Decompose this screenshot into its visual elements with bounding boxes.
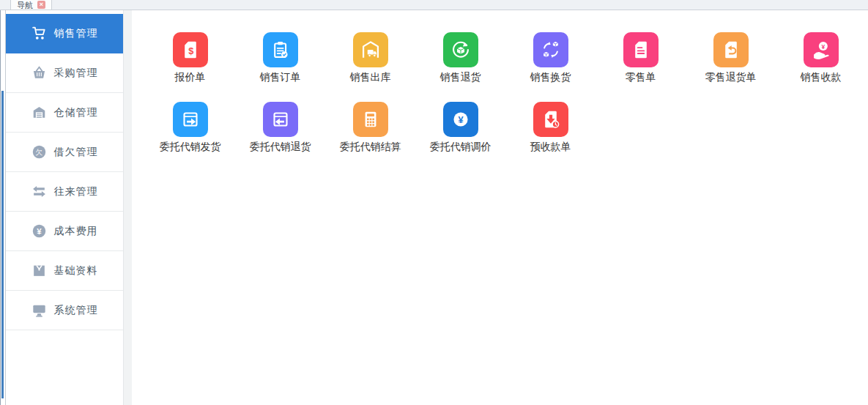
tile-retail-order[interactable]: 零售单 bbox=[596, 32, 686, 84]
sidebar-item-warehouse[interactable]: 仓储管理 bbox=[6, 93, 123, 133]
doc-dollar-icon: $ bbox=[173, 32, 208, 67]
tile-label: 销售订单 bbox=[260, 71, 301, 84]
tab-navigation-label: 导航 bbox=[17, 1, 33, 10]
sidebar-item-transactions[interactable]: 往来管理 bbox=[6, 172, 123, 212]
tile-label: 销售退货 bbox=[440, 71, 481, 84]
sidebar-item-sales[interactable]: 销售管理 bbox=[6, 14, 123, 53]
tile-sales-outbound[interactable]: 销售出库 bbox=[325, 32, 415, 84]
sidebar-item-label: 往来管理 bbox=[54, 185, 98, 198]
monitor-icon bbox=[31, 302, 48, 319]
tile-label: 报价单 bbox=[175, 71, 206, 84]
sidebar-item-label: 成本费用 bbox=[54, 225, 98, 238]
tabbar: 导航 × bbox=[0, 0, 868, 10]
sidebar-item-label: 采购管理 bbox=[54, 67, 98, 80]
warehouse-truck-icon bbox=[353, 32, 388, 67]
tile-sales-receipt[interactable]: ¥ 销售收款 bbox=[776, 32, 866, 84]
close-icon[interactable]: × bbox=[37, 1, 45, 9]
tile-label: 销售换货 bbox=[530, 71, 571, 84]
scrollbar-thumb[interactable] bbox=[1, 91, 4, 398]
box-arrow-left-icon bbox=[263, 102, 298, 137]
tile-label: 销售收款 bbox=[801, 71, 842, 84]
tile-label: 销售出库 bbox=[350, 71, 391, 84]
yuan-circle-icon: ¥ bbox=[443, 102, 478, 137]
boxes-exchange-icon bbox=[533, 32, 568, 67]
tile-label: 委托代销结算 bbox=[340, 141, 401, 154]
tile-retail-return[interactable]: 零售退货单 bbox=[686, 32, 776, 84]
sidebar-item-basic-data[interactable]: 基础资料 bbox=[6, 251, 123, 291]
cart-icon bbox=[31, 26, 48, 42]
tile-consign-settle[interactable]: 委托代销结算 bbox=[325, 102, 415, 154]
tile-label: 委托代销调价 bbox=[430, 141, 492, 154]
tab-navigation[interactable]: 导航 × bbox=[10, 0, 52, 10]
svg-text:¥: ¥ bbox=[458, 114, 464, 125]
tile-sales-order[interactable]: 销售订单 bbox=[235, 32, 325, 84]
sidebar-item-purchase[interactable]: 采购管理 bbox=[6, 53, 123, 93]
archive-box-icon bbox=[31, 263, 48, 279]
sidebar-item-debt[interactable]: 欠 借欠管理 bbox=[6, 133, 123, 172]
tile-label: 委托代销退货 bbox=[250, 141, 311, 154]
doc-arrow-clock-icon bbox=[533, 102, 568, 137]
calculator-icon bbox=[353, 102, 388, 137]
main-panel: $ 报价单 销售订单 bbox=[132, 10, 868, 405]
tile-label: 零售退货单 bbox=[705, 71, 757, 84]
basket-icon bbox=[31, 65, 48, 81]
transfer-arrows-icon bbox=[31, 184, 48, 200]
sidebar: 销售管理 采购管理 bbox=[6, 10, 123, 405]
sidebar-item-label: 仓储管理 bbox=[54, 106, 98, 119]
app-window: 导航 × 销售管理 bbox=[0, 0, 868, 405]
left-edge-splitter bbox=[0, 10, 6, 405]
doc-lines-icon bbox=[623, 32, 659, 67]
tile-label: 委托代销发货 bbox=[160, 141, 221, 154]
coin-icon: ¥ bbox=[31, 223, 48, 239]
tile-consign-ship[interactable]: 委托代销发货 bbox=[145, 102, 235, 154]
svg-text:¥: ¥ bbox=[37, 227, 42, 236]
svg-text:欠: 欠 bbox=[36, 148, 43, 156]
sidebar-scrollbar-track[interactable] bbox=[123, 10, 132, 405]
doc-undo-icon bbox=[713, 32, 749, 67]
content-row: 销售管理 采购管理 bbox=[0, 10, 868, 405]
sidebar-item-label: 基础资料 bbox=[54, 264, 98, 278]
tile-sales-exchange[interactable]: 销售换货 bbox=[505, 32, 596, 84]
tile-label: 零售单 bbox=[626, 71, 656, 84]
svg-text:$: $ bbox=[188, 45, 193, 56]
debt-circle-icon: 欠 bbox=[31, 144, 48, 160]
sidebar-item-system[interactable]: 系统管理 bbox=[6, 291, 123, 330]
hand-coin-icon: ¥ bbox=[804, 32, 839, 67]
sidebar-item-label: 系统管理 bbox=[54, 304, 98, 317]
svg-text:¥: ¥ bbox=[821, 43, 825, 51]
warehouse-icon bbox=[31, 105, 48, 121]
sidebar-item-label: 销售管理 bbox=[54, 27, 98, 40]
tile-consign-return[interactable]: 委托代销退货 bbox=[235, 102, 325, 154]
sidebar-item-label: 借欠管理 bbox=[54, 146, 98, 159]
tile-quotation[interactable]: $ 报价单 bbox=[145, 32, 235, 84]
sidebar-item-cost[interactable]: ¥ 成本费用 bbox=[6, 212, 123, 251]
tile-label: 预收款单 bbox=[530, 141, 571, 154]
clipboard-check-icon bbox=[263, 32, 298, 67]
tile-advance-receipt[interactable]: 预收款单 bbox=[505, 102, 596, 154]
box-return-icon bbox=[443, 32, 478, 67]
tile-grid: $ 报价单 销售订单 bbox=[145, 32, 868, 154]
tile-consign-reprice[interactable]: ¥ 委托代销调价 bbox=[415, 102, 505, 154]
box-arrow-right-icon bbox=[173, 102, 208, 137]
tile-sales-return[interactable]: 销售退货 bbox=[415, 32, 505, 84]
